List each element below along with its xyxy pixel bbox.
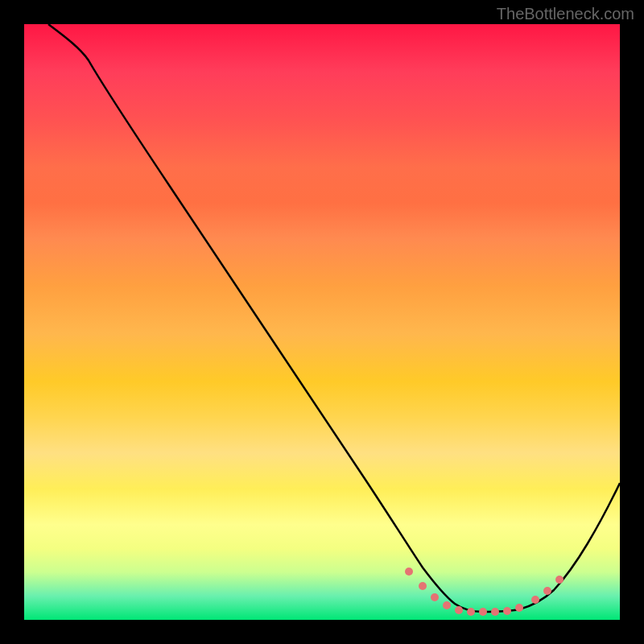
marker-dot — [455, 606, 463, 614]
marker-dot — [543, 587, 551, 595]
watermark-text: TheBottleneck.com — [497, 5, 634, 23]
marker-dot — [491, 608, 499, 616]
marker-dot — [503, 607, 511, 615]
plot-area — [24, 24, 620, 620]
marker-dot — [479, 608, 487, 616]
optimal-range-markers — [405, 568, 564, 616]
marker-dot — [467, 608, 475, 616]
marker-dot — [419, 582, 427, 590]
marker-dot — [405, 568, 413, 576]
marker-dot — [555, 576, 564, 584]
bottleneck-curve-path — [48, 24, 620, 612]
marker-dot — [515, 604, 523, 612]
bottleneck-curve-svg — [24, 24, 620, 620]
marker-dot — [431, 593, 439, 601]
marker-dot — [443, 601, 451, 609]
marker-dot — [531, 596, 539, 604]
chart-container: TheBottleneck.com — [0, 0, 644, 644]
